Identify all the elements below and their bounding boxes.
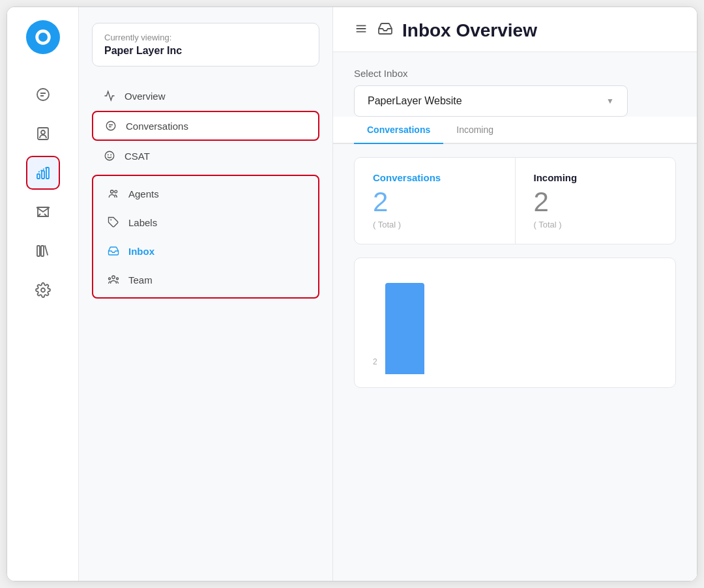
sidebar-menu: Overview Conversations: [92, 82, 319, 299]
select-inbox-label: Select Inbox: [354, 68, 676, 79]
svg-point-14: [105, 151, 114, 160]
campaigns-icon: [35, 204, 51, 220]
metric-incoming-value: 2: [534, 188, 658, 216]
metric-incoming-label: Incoming: [534, 172, 658, 183]
viewing-card: Currently viewing: Paper Layer Inc: [92, 23, 319, 66]
main-body: Select Inbox PaperLayer Website ▼ Conver…: [333, 52, 697, 581]
metric-conversations-label: Conversations: [373, 172, 497, 183]
icon-bar: [7, 7, 79, 581]
chart-area: 2: [354, 257, 676, 388]
nav-icon-settings[interactable]: [26, 273, 60, 307]
main-content: Inbox Overview Select Inbox PaperLayer W…: [333, 7, 697, 581]
svg-rect-11: [41, 246, 44, 256]
svg-point-1: [38, 33, 48, 42]
main-header: Inbox Overview: [333, 7, 697, 52]
svg-point-17: [111, 190, 114, 194]
metric-card-incoming: Incoming 2 ( Total ): [516, 158, 676, 244]
sidebar-item-inbox[interactable]: Inbox: [96, 237, 315, 265]
team-icon: [106, 274, 121, 286]
sidebar-item-conversations[interactable]: Conversations: [92, 111, 319, 141]
inbox-selector[interactable]: PaperLayer Website ▼: [354, 85, 628, 117]
chart-bar-container: [385, 283, 424, 374]
settings-icon: [35, 282, 51, 298]
svg-point-13: [106, 121, 115, 130]
dropdown-arrow-icon: ▼: [606, 96, 614, 106]
nav-icon-contacts[interactable]: [26, 117, 60, 151]
company-name: Paper Layer Inc: [104, 45, 307, 57]
page-title: Inbox Overview: [402, 20, 537, 41]
app-logo[interactable]: [26, 20, 60, 54]
sidebar-item-agents-label: Agents: [128, 188, 159, 199]
contacts-icon: [35, 126, 51, 141]
chart-y-label: 2: [373, 357, 377, 369]
agents-icon: [106, 188, 121, 199]
sidebar-item-inbox-label: Inbox: [128, 246, 154, 257]
metrics-row: Conversations 2 ( Total ) Incoming 2 ( T…: [354, 157, 676, 244]
reports-icon: [35, 165, 51, 181]
sidebar: Currently viewing: Paper Layer Inc Overv…: [79, 7, 333, 581]
logo-icon: [34, 28, 52, 46]
svg-rect-7: [42, 171, 44, 179]
inbox-selected-value: PaperLayer Website: [368, 95, 462, 107]
sidebar-group-box: Agents Labels: [92, 175, 319, 299]
svg-rect-6: [37, 174, 40, 179]
viewing-label: Currently viewing:: [104, 33, 307, 42]
tab-conversations[interactable]: Conversations: [354, 117, 443, 144]
nav-icon-chat[interactable]: [26, 78, 60, 111]
sidebar-item-team[interactable]: Team: [96, 266, 315, 293]
sidebar-item-labels-label: Labels: [128, 217, 157, 228]
svg-rect-10: [37, 246, 40, 256]
menu-toggle-icon[interactable]: [354, 22, 368, 40]
sidebar-item-csat[interactable]: CSAT: [92, 142, 319, 169]
app-container: Currently viewing: Paper Layer Inc Overv…: [7, 7, 697, 581]
labels-icon: [106, 216, 121, 228]
chart-bar: [385, 283, 424, 374]
nav-icon-library[interactable]: [26, 234, 60, 268]
tab-bar: Conversations Incoming: [333, 117, 697, 144]
sidebar-item-overview[interactable]: Overview: [92, 82, 319, 110]
svg-point-5: [41, 130, 45, 134]
svg-point-21: [109, 278, 111, 280]
sidebar-item-csat-label: CSAT: [125, 151, 150, 162]
csat-icon: [102, 150, 117, 162]
metric-incoming-total: ( Total ): [534, 220, 658, 229]
nav-icon-reports[interactable]: [26, 156, 60, 190]
sidebar-item-labels[interactable]: Labels: [96, 209, 315, 236]
inbox-icon: [106, 245, 121, 257]
metric-conversations-value: 2: [373, 188, 497, 216]
tab-incoming[interactable]: Incoming: [443, 117, 506, 144]
svg-point-20: [112, 276, 115, 279]
svg-rect-8: [46, 168, 49, 179]
metric-conversations-total: ( Total ): [373, 220, 497, 229]
chat-icon: [35, 87, 51, 102]
svg-point-22: [117, 278, 119, 280]
sidebar-item-overview-label: Overview: [125, 91, 166, 102]
svg-point-12: [41, 288, 45, 292]
header-inbox-icon: [377, 21, 393, 40]
overview-icon: [102, 90, 117, 102]
svg-point-18: [115, 190, 117, 193]
conversations-icon: [104, 120, 118, 132]
nav-icon-campaigns[interactable]: [26, 195, 60, 229]
svg-point-2: [37, 89, 49, 100]
library-icon: [35, 243, 51, 259]
sidebar-item-team-label: Team: [128, 274, 153, 286]
metric-card-conversations: Conversations 2 ( Total ): [355, 158, 516, 244]
sidebar-item-conversations-label: Conversations: [126, 121, 188, 132]
sidebar-item-agents[interactable]: Agents: [96, 180, 315, 207]
